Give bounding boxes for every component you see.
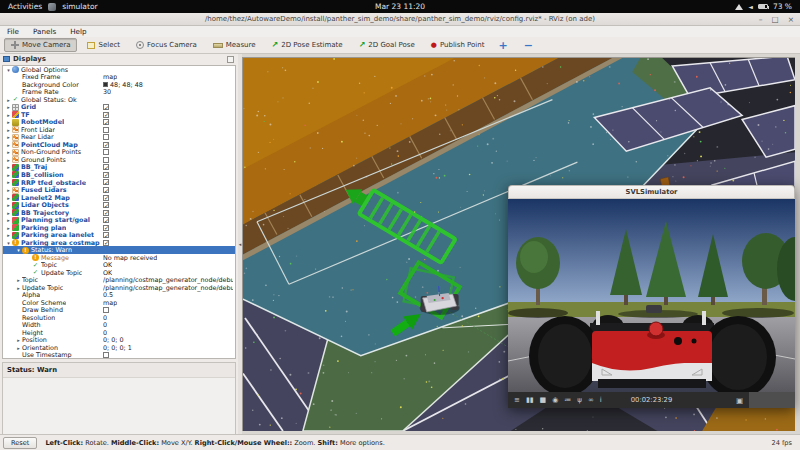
expander-icon[interactable]: ▸ xyxy=(5,97,12,103)
row-checkbox[interactable] xyxy=(103,134,109,140)
info-icon[interactable]: i xyxy=(600,392,602,408)
expander-icon[interactable]: ▸ xyxy=(5,134,12,140)
add-tool-button[interactable]: + xyxy=(490,39,515,52)
tool-focus-camera[interactable]: Focus Camera xyxy=(130,39,203,51)
expander-icon[interactable]: ▸ xyxy=(5,225,12,231)
displays-tree: ▾Global OptionsFixed FramemapBackground … xyxy=(2,65,236,359)
activities-button[interactable]: Activities xyxy=(8,2,42,11)
focused-app-name[interactable]: simulator xyxy=(62,2,97,11)
wifi-icon xyxy=(735,4,743,10)
row-checkbox[interactable] xyxy=(103,225,109,231)
splitter-collapse-icon[interactable]: ◂ xyxy=(239,241,242,247)
box-icon xyxy=(12,179,19,186)
tool-move-camera[interactable]: Move Camera xyxy=(4,38,77,52)
eye-icon[interactable]: ◉ xyxy=(552,392,558,408)
tool-label: Move Camera xyxy=(22,41,70,49)
minimize-button[interactable]: – xyxy=(759,15,763,24)
expander-icon[interactable]: ▸ xyxy=(5,202,12,208)
expander-icon[interactable]: ▸ xyxy=(15,285,22,291)
expander-icon[interactable]: ▸ xyxy=(5,179,12,185)
expander-icon[interactable]: ▸ xyxy=(5,112,12,118)
reset-button[interactable]: Reset xyxy=(3,437,37,449)
tool-select[interactable]: Select xyxy=(81,39,126,51)
svl-3d-view[interactable] xyxy=(508,199,795,392)
row-checkbox[interactable] xyxy=(103,149,109,155)
row-checkbox[interactable] xyxy=(103,104,109,110)
menu-icon[interactable]: ≡ xyxy=(514,392,520,408)
expander-icon[interactable]: ▸ xyxy=(5,164,12,170)
expander-icon[interactable]: ▸ xyxy=(5,142,12,148)
pose-icon xyxy=(12,224,19,231)
row-checkbox[interactable] xyxy=(103,195,109,201)
expander-icon[interactable]: ▸ xyxy=(15,345,22,351)
clock[interactable]: Mar 23 11:20 xyxy=(375,2,425,11)
usb-icon[interactable]: ψ xyxy=(577,392,582,408)
svl-simulator-window[interactable]: SVLSimulator xyxy=(508,185,795,408)
row-checkbox[interactable] xyxy=(103,307,109,313)
svl-sim-time: 00:02:23:29 xyxy=(631,396,672,404)
row-checkbox[interactable] xyxy=(103,179,109,185)
expander-icon[interactable]: ▸ xyxy=(5,157,12,163)
cloud-icon xyxy=(12,141,19,148)
row-checkbox[interactable] xyxy=(103,352,109,358)
expander-icon[interactable]: ▸ xyxy=(5,195,12,201)
expander-icon[interactable]: ▸ xyxy=(15,337,22,343)
help-desc: Zoom. xyxy=(292,439,317,447)
menu-help[interactable]: Help xyxy=(63,27,93,36)
capture-icon[interactable]: ▣ xyxy=(736,396,743,405)
tool-measure[interactable]: Measure xyxy=(207,39,262,51)
tool-2d-pose-estimate[interactable]: ↗2D Pose Estimate xyxy=(266,39,349,51)
tool-publish-point[interactable]: ●Publish Point xyxy=(425,39,491,51)
tool-label: 2D Goal Pose xyxy=(368,41,414,49)
expander-icon[interactable]: ▸ xyxy=(5,104,12,110)
link-icon[interactable]: ∞ xyxy=(588,392,594,408)
expander-icon[interactable]: ▸ xyxy=(5,172,12,178)
tree-row[interactable]: ▸Grid xyxy=(3,104,235,112)
row-checkbox[interactable] xyxy=(103,172,109,178)
row-checkbox[interactable] xyxy=(103,240,109,246)
stop-icon[interactable]: ■ xyxy=(540,392,547,408)
expander-icon[interactable]: ▸ xyxy=(5,187,12,193)
mixer-icon[interactable]: ≔ xyxy=(564,392,571,408)
status-section-title: Status: Warn xyxy=(3,363,235,378)
expander-icon[interactable]: ▾ xyxy=(15,247,22,253)
window-title: /home/thez/AutowareDemo/install/panther_… xyxy=(205,15,595,23)
row-checkbox[interactable] xyxy=(103,232,109,238)
expander-icon[interactable]: ▸ xyxy=(5,217,12,223)
row-checkbox[interactable] xyxy=(103,187,109,193)
row-checkbox[interactable] xyxy=(103,164,109,170)
tree-row[interactable]: ▸✓Global Status: Ok xyxy=(3,96,235,104)
row-checkbox[interactable] xyxy=(103,119,109,125)
menu-file[interactable]: File xyxy=(0,27,26,36)
expander-icon[interactable]: ▸ xyxy=(5,127,12,133)
expander-icon[interactable]: ▸ xyxy=(5,232,12,238)
row-checkbox[interactable] xyxy=(103,217,109,223)
window-titlebar[interactable]: /home/thez/AutowareDemo/install/panther_… xyxy=(0,13,800,26)
remove-tool-button[interactable]: − xyxy=(516,39,541,52)
pause-icon[interactable]: ▮▮ xyxy=(526,392,534,408)
row-checkbox[interactable] xyxy=(103,142,109,148)
maximize-button[interactable]: □ xyxy=(772,15,779,24)
cloud-icon xyxy=(12,134,19,141)
toolbar: Move CameraSelectFocus CameraMeasure↗2D … xyxy=(0,37,800,54)
expander-icon[interactable]: ▾ xyxy=(5,67,12,73)
tool-2d-goal-pose[interactable]: ↗2D Goal Pose xyxy=(353,39,421,51)
panel-float-button[interactable] xyxy=(227,56,234,63)
svl-title: SVLSimulator xyxy=(626,188,678,196)
expander-icon[interactable]: ▾ xyxy=(5,240,12,246)
row-checkbox[interactable] xyxy=(103,127,109,133)
expander-icon[interactable]: ▸ xyxy=(5,149,12,155)
box-icon xyxy=(12,202,19,209)
expander-icon[interactable]: ▸ xyxy=(5,119,12,125)
close-button[interactable]: × xyxy=(788,15,794,24)
row-checkbox[interactable] xyxy=(103,112,109,118)
row-checkbox[interactable] xyxy=(103,202,109,208)
row-checkbox[interactable] xyxy=(103,157,109,163)
displays-panel-header[interactable]: Displays xyxy=(0,54,238,64)
row-checkbox[interactable] xyxy=(103,210,109,216)
menu-panels[interactable]: Panels xyxy=(26,27,63,36)
expander-icon[interactable]: ▸ xyxy=(5,210,12,216)
expander-icon[interactable]: ▸ xyxy=(15,277,22,283)
svl-titlebar[interactable]: SVLSimulator xyxy=(508,185,795,199)
tree-row[interactable]: Use Timestamp xyxy=(3,352,235,359)
